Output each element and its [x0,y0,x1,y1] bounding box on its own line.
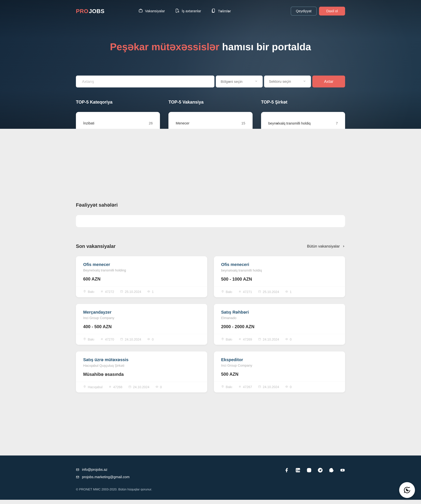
top5-vacancies-title: TOP-5 Vakansiya [168,100,253,105]
all-vacancies-link[interactable]: Bütün vakansiyalar [307,244,345,248]
top5-company-label: beynəlxalq transmilli holdiq [268,121,311,125]
top5-row: TOP-5 Kateqoriya İnzibati26 Xidmət9 Səna… [76,100,345,129]
footer-email-2[interactable]: projobs.marketing@gmail.com [76,475,130,479]
calendar-icon [258,385,261,389]
whatsapp-fab[interactable] [399,482,415,498]
svg-rect-0 [139,10,142,12]
register-button[interactable]: Qeydiyyat [291,7,317,16]
vacancy-company: Elmanado [221,316,338,320]
top5-vacancy-label: Menecer [176,121,189,125]
vacancy-footer: Bakı4726724.10.20240 [214,382,345,392]
latest-vacancies-title: Son vakansiyalar [76,244,115,249]
nav-vacancies[interactable]: Vakansiyalar [138,8,165,14]
hero-title: Peşəkar mütəxəssislər hamısı bir portald… [76,41,345,53]
document-stack-icon [211,8,216,14]
sector-select[interactable]: Sektoru seçin [264,76,311,87]
svg-rect-17 [259,291,261,293]
vacancy-title[interactable]: Ekspeditor [221,357,338,362]
instagram-icon[interactable] [307,468,312,473]
top5-company-item[interactable]: Hacıqabul Quşçuluq Şirkəti7 [268,128,338,129]
svg-point-2 [84,291,85,291]
logo-part-pro: PRO [76,8,88,14]
eye-icon [147,290,150,294]
vacancy-company: Inci Group Company [221,364,338,367]
region-select[interactable]: Bölgəni seçin [216,76,263,87]
vacancy-company: beynəlxalq transmilli holdiq [221,268,338,272]
svg-line-56 [240,386,241,388]
facebook-icon[interactable] [284,468,289,473]
hero-title-rest: hamısı bir portalda [219,41,311,52]
top5-vacancies-card: Menecer15 Ofis menecmenti10 Mühafizə xid… [168,112,253,129]
search-button[interactable]: Axtar [312,76,345,87]
whatsapp-icon[interactable] [329,468,334,473]
nav-trainings[interactable]: Təlimlər [211,8,231,14]
nav-jobseekers[interactable]: İş axtaranlar [175,8,201,14]
telegram-icon[interactable] [318,468,323,473]
vacancy-card[interactable]: Satış üzrə mütəxəssisHacıqabul Quşçuluq … [76,351,207,392]
hero-title-accent: Peşəkar mütəxəssislər [110,41,219,52]
vacancy-salary: 600 AZN [83,276,200,282]
region-select-label: Bölgəni seçin [221,79,242,84]
top5-vacancy-item[interactable]: Menecer15 [176,119,245,128]
vacancy-salary: 500 AZN [221,372,338,377]
vacancy-title[interactable]: Merçandayzer [83,310,200,315]
vacancy-date: 24.10.2024 [120,338,141,341]
chevron-down-icon [303,79,306,84]
vacancy-card[interactable]: Ofis meneceribeynəlxalq transmilli holdi… [214,256,345,297]
navbar: PRO JOBS Vakansiyalar İş axtaranlar Təli… [76,0,345,23]
eye-icon [285,290,288,294]
svg-line-55 [239,386,240,388]
svg-point-31 [148,339,149,339]
eye-icon [285,338,288,341]
vacancy-title[interactable]: Ofis meneceri [221,262,338,267]
svg-point-12 [222,291,223,292]
svg-rect-7 [120,291,123,293]
top5-category-item[interactable]: İnzibati26 [83,119,153,128]
svg-point-11 [148,291,149,292]
svg-line-26 [102,338,102,340]
footer-email-1[interactable]: info@projobs.az [76,468,130,472]
vacancy-footer: Bakı4727125.10.20241 [214,287,345,297]
eye-icon [156,385,158,389]
top5-company-item[interactable]: beynəlxalq transmilli holdiq7 [268,119,338,128]
vacancy-card[interactable]: Satış RəhbəriElmanado2000 - 2000 AZNBakı… [214,304,345,345]
vacancy-card[interactable]: EkspeditorInci Group Company500 AZNBakı4… [214,351,345,392]
location-icon [221,290,224,294]
login-button[interactable]: Daxil ol [319,7,345,16]
vacancy-title[interactable]: Satış Rəhbəri [221,310,338,315]
main-body: Fəaliyyət sahələri Son vakansiyalar Bütü… [0,129,421,456]
youtube-icon[interactable] [340,468,345,473]
calendar-icon [120,338,123,341]
vacancy-id: 47267 [238,385,252,389]
nav-jobseekers-label: İş axtaranlar [182,9,201,13]
top5-categories-card: İnzibati26 Xidmət9 Sənaye və kənd təsərr… [76,112,160,129]
activity-areas-strip[interactable] [76,215,345,227]
logo[interactable]: PRO JOBS [76,8,104,14]
vacancy-city: Bakı [221,338,232,341]
top5-category-item[interactable]: Xidmət9 [83,128,153,129]
vacancy-city: Bakı [83,290,94,294]
mail-icon [76,468,79,471]
top5-category-label: İnzibati [83,121,94,125]
linkedin-icon[interactable] [295,468,301,473]
svg-rect-47 [129,386,131,388]
vacancy-date: 24.10.2024 [258,385,279,389]
top5-vacancy-item[interactable]: Ofis menecmenti10 [176,128,245,129]
vacancy-title[interactable]: Ofis menecer [83,262,200,267]
vacancy-title[interactable]: Satış üzrə mütəxəssis [83,357,200,362]
vacancy-card[interactable]: MerçandayzerInci Group Company400 - 500 … [76,304,207,345]
location-icon [83,385,86,389]
vacancy-date: 24.10.2024 [128,385,149,389]
svg-point-61 [286,386,287,387]
svg-rect-65 [297,470,297,472]
hash-icon [109,385,112,389]
vacancy-salary: 500 - 1000 AZN [221,277,338,282]
top5-vacancy-count: 15 [241,121,245,125]
vacancy-city: Bakı [221,385,232,389]
svg-point-69 [310,469,311,469]
vacancy-id: 47269 [238,338,252,341]
vacancy-footer: Bakı4726924.10.20240 [214,334,345,345]
vacancy-card[interactable]: Ofis menecerBeynelxalq transmilli holdin… [76,256,207,297]
search-input[interactable] [76,76,214,87]
vacancy-city: Bakı [221,290,232,294]
